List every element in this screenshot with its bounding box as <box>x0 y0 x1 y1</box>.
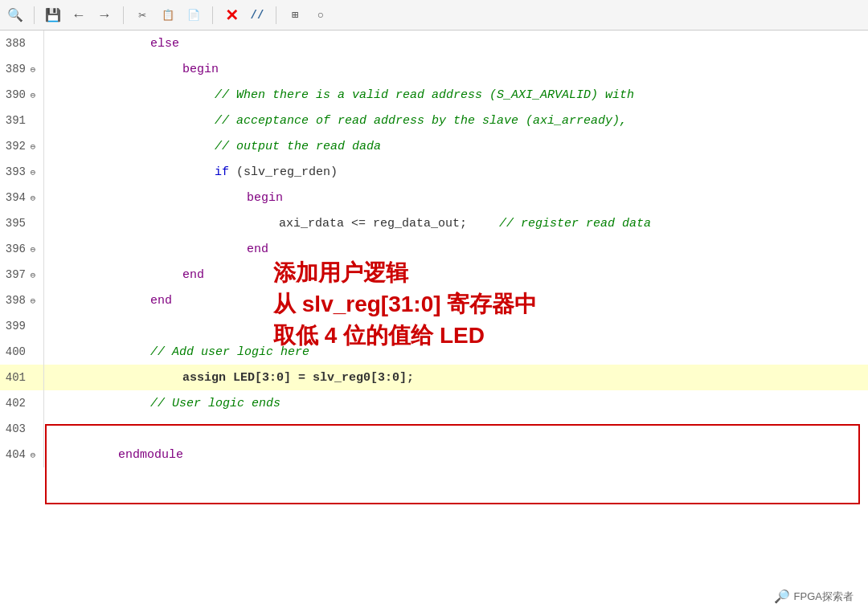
line-content <box>44 416 868 442</box>
redo-icon[interactable]: → <box>96 6 113 24</box>
code-line-402: 402 // User logic ends <box>0 390 868 416</box>
line-content: end <box>44 236 868 262</box>
save-icon[interactable]: 💾 <box>44 6 62 24</box>
line-content: // User logic ends <box>44 390 868 416</box>
code-line-389: 389 ⊖ begin <box>0 56 868 82</box>
line-content: assign LED[3:0] = slv_reg0[3:0]; <box>44 365 868 390</box>
toolbar-divider-1 <box>34 6 35 24</box>
code-line-396: 396 ⊖ end <box>0 236 868 262</box>
fold-icon <box>27 423 39 434</box>
toolbar: 🔍 💾 ← → ✂ 📋 📄 ✕ // ⊞ ○ <box>0 0 868 31</box>
line-content <box>44 313 868 339</box>
line-number: 389 ⊖ <box>0 56 44 82</box>
line-content: begin <box>44 56 868 82</box>
watermark-icon: 🔎 <box>774 589 790 605</box>
code-line-403: 403 <box>0 416 868 442</box>
fold-icon[interactable]: ⊖ <box>27 449 39 460</box>
line-number: 391 <box>0 108 44 133</box>
code-line-401: 401 assign LED[3:0] = slv_reg0[3:0]; <box>0 365 868 390</box>
line-number: 403 <box>0 416 44 442</box>
fold-icon[interactable] <box>27 38 39 49</box>
line-number: 392 ⊖ <box>0 133 44 159</box>
line-number: 394 ⊖ <box>0 185 44 210</box>
watermark-text: FPGA探索者 <box>794 589 854 604</box>
line-number: 401 <box>0 365 44 390</box>
line-number: 390 ⊖ <box>0 82 44 108</box>
fold-icon[interactable]: ⊖ <box>27 141 39 152</box>
line-number: 393 ⊖ <box>0 159 44 185</box>
code-area: 388 else 389 ⊖ begin 390 ⊖ // When there… <box>0 31 868 616</box>
code-line-400: 400 // Add user logic here <box>0 339 868 365</box>
line-number: 395 <box>0 210 44 236</box>
code-line-399: 399 <box>0 313 868 339</box>
fold-icon <box>27 320 39 332</box>
fold-icon[interactable]: ⊖ <box>27 295 39 306</box>
toolbar-divider-2 <box>123 6 124 24</box>
line-number: 402 <box>0 390 44 416</box>
line-content: end <box>44 288 868 313</box>
line-number: 400 <box>0 339 44 365</box>
fold-icon <box>27 398 39 409</box>
fold-icon[interactable]: ⊖ <box>27 269 39 280</box>
code-line-397: 397 ⊖ end <box>0 262 868 288</box>
fold-icon <box>27 346 39 357</box>
line-number: 388 <box>0 31 44 56</box>
line-content: // Add user logic here <box>44 339 868 365</box>
undo-icon[interactable]: ← <box>70 6 88 24</box>
fold-icon[interactable]: ⊖ <box>27 243 39 255</box>
watermark: 🔎 FPGA探索者 <box>774 589 854 605</box>
line-number: 397 ⊖ <box>0 262 44 288</box>
search-icon[interactable]: 🔍 <box>6 6 24 24</box>
line-number: 404 ⊖ <box>0 442 44 467</box>
code-line-392: 392 ⊖ // output the read dada <box>0 133 868 159</box>
fold-icon[interactable]: ⊖ <box>27 63 39 75</box>
line-number: 399 <box>0 313 44 339</box>
fold-icon[interactable]: ⊖ <box>27 192 39 203</box>
cut-icon[interactable]: ✂ <box>133 6 151 24</box>
comment-icon[interactable]: // <box>248 6 266 24</box>
code-line-398: 398 ⊖ end <box>0 288 868 313</box>
line-content: else <box>44 31 868 56</box>
line-number: 396 ⊖ <box>0 236 44 262</box>
code-line-393: 393 ⊖ if (slv_reg_rden) <box>0 159 868 185</box>
line-content: axi_rdata <= reg_data_out;// register re… <box>44 210 868 236</box>
line-number: 398 ⊖ <box>0 288 44 313</box>
line-content: if (slv_reg_rden) <box>44 159 868 185</box>
toolbar-divider-3 <box>212 6 213 24</box>
paste-icon[interactable]: 📄 <box>185 6 203 24</box>
line-content: end <box>44 262 868 288</box>
line-content: endmodule <box>44 442 868 467</box>
fold-icon <box>27 372 39 383</box>
code-line-391: 391 // acceptance of read address by the… <box>0 108 868 133</box>
fold-icon[interactable]: ⊖ <box>27 89 39 100</box>
code-line-388: 388 else <box>0 31 868 56</box>
line-content: // acceptance of read address by the sla… <box>44 108 868 133</box>
code-line-394: 394 ⊖ begin <box>0 185 868 210</box>
fold-icon[interactable] <box>27 115 39 126</box>
table-icon[interactable]: ⊞ <box>286 6 304 24</box>
code-line-404: 404 ⊖ endmodule <box>0 442 868 467</box>
code-line-390: 390 ⊖ // When there is a valid read addr… <box>0 82 868 108</box>
delete-icon[interactable]: ✕ <box>223 6 240 24</box>
line-content: // When there is a valid read address (S… <box>44 82 868 108</box>
toolbar-divider-4 <box>276 6 276 24</box>
fold-icon[interactable]: ⊖ <box>27 166 39 177</box>
line-content: // output the read dada <box>44 133 868 159</box>
copy-icon[interactable]: 📋 <box>159 6 177 24</box>
line-content: begin <box>44 185 868 210</box>
bulb-icon[interactable]: ○ <box>312 6 330 24</box>
fold-icon[interactable] <box>27 218 39 229</box>
code-line-395: 395 axi_rdata <= reg_data_out;// registe… <box>0 210 868 236</box>
